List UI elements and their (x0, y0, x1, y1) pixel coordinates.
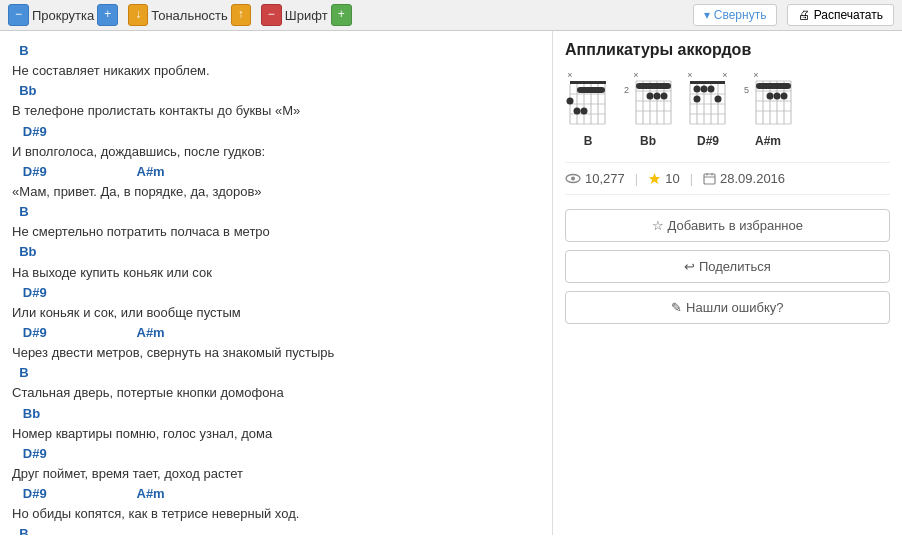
chord-D9-svg: × × (685, 69, 731, 131)
text-line: Номер квартиры помню, голос узнал, дома (12, 424, 540, 444)
chord-B: × (565, 69, 611, 148)
views-stat: 10,277 (565, 171, 625, 186)
svg-point-13 (567, 98, 574, 105)
svg-point-14 (574, 108, 581, 115)
date-stat: 28.09.2016 (703, 171, 785, 186)
svg-rect-29 (636, 83, 671, 89)
chord-D9: × × (685, 69, 731, 148)
chord-B-svg: × (565, 69, 611, 131)
chord-Am: 5 × (743, 69, 793, 148)
svg-marker-70 (649, 173, 660, 184)
scroll-plus-button[interactable]: + (97, 4, 118, 26)
svg-point-49 (694, 96, 701, 103)
chord-line: Bb (12, 242, 540, 262)
toolbar-right: ▾ Свернуть 🖨 Распечатать (693, 4, 894, 26)
tone-label: Тональность (151, 8, 228, 23)
svg-text:×: × (567, 70, 572, 80)
svg-text:×: × (753, 70, 758, 80)
chord-line: Bb (12, 81, 540, 101)
svg-point-48 (708, 86, 715, 93)
svg-rect-64 (756, 83, 791, 89)
main-content: BНе составляет никаких проблем. BbВ теле… (0, 31, 902, 535)
svg-rect-12 (577, 87, 605, 93)
text-line: И вполголоса, дождавшись, после гудков: (12, 142, 540, 162)
chord-diagrams: × (565, 69, 890, 148)
svg-point-30 (647, 93, 654, 100)
text-line: Не составляет никаких проблем. (12, 61, 540, 81)
chord-Am-svg: 5 × (743, 69, 793, 131)
chord-line: Bb (12, 404, 540, 424)
text-line: Друг поймет, время тает, доход растет (12, 464, 540, 484)
svg-point-31 (654, 93, 661, 100)
svg-point-32 (661, 93, 668, 100)
lyrics-panel: BНе составляет никаких проблем. BbВ теле… (0, 31, 552, 535)
chord-line: B (12, 202, 540, 222)
chord-stats: 10,277 | 10 | 28.09.2016 (565, 162, 890, 195)
scroll-minus-button[interactable]: − (8, 4, 29, 26)
eye-icon (565, 173, 581, 184)
favorites-stat: 10 (648, 171, 679, 186)
chord-B-label: B (584, 134, 593, 148)
svg-point-69 (571, 177, 575, 181)
svg-rect-1 (570, 81, 606, 84)
svg-rect-35 (690, 81, 725, 84)
chord-line: D#9 A#m (12, 323, 540, 343)
tone-group: ↓ Тональность ↑ (128, 4, 251, 26)
print-button[interactable]: 🖨 Распечатать (787, 4, 894, 26)
svg-point-67 (781, 93, 788, 100)
text-line: В телефоне пролистать контакты до буквы … (12, 101, 540, 121)
scroll-label: Прокрутка (32, 8, 94, 23)
text-line: Но обиды копятся, как в тетрисе неверный… (12, 504, 540, 524)
chord-D9-label: D#9 (697, 134, 719, 148)
chord-line: D#9 (12, 122, 540, 142)
star-icon (648, 172, 661, 185)
text-line: Через двести метров, свернуть на знакомы… (12, 343, 540, 363)
svg-point-47 (701, 86, 708, 93)
text-line: Не смертельно потратить полчаса в метро (12, 222, 540, 242)
share-button[interactable]: ↩ Поделиться (565, 250, 890, 283)
chord-Bb-svg: 2 × (623, 69, 673, 131)
chord-line: B (12, 524, 540, 535)
collapse-button[interactable]: ▾ Свернуть (693, 4, 777, 26)
scroll-group: − Прокрутка + (8, 4, 118, 26)
chord-line: D#9 A#m (12, 162, 540, 182)
font-minus-button[interactable]: − (261, 4, 282, 26)
chord-line: D#9 (12, 444, 540, 464)
tone-down-button[interactable]: ↓ (128, 4, 148, 26)
svg-text:×: × (687, 70, 692, 80)
svg-point-50 (715, 96, 722, 103)
add-favorite-button[interactable]: ☆ Добавить в избранное (565, 209, 890, 242)
text-line: «Мам, привет. Да, в порядке, да, здоров» (12, 182, 540, 202)
svg-text:2: 2 (624, 85, 629, 95)
svg-text:5: 5 (744, 85, 749, 95)
svg-rect-71 (704, 174, 715, 184)
chord-line: D#9 (12, 283, 540, 303)
svg-point-15 (581, 108, 588, 115)
svg-point-46 (694, 86, 701, 93)
chord-Am-label: A#m (755, 134, 781, 148)
chord-Bb: 2 × (623, 69, 673, 148)
text-line: На выходе купить коньяк или сок (12, 263, 540, 283)
report-error-button[interactable]: ✎ Нашли ошибку? (565, 291, 890, 324)
calendar-icon (703, 172, 716, 185)
tone-up-button[interactable]: ↑ (231, 4, 251, 26)
action-buttons: ☆ Добавить в избранное↩ Поделиться✎ Нашл… (565, 209, 890, 324)
chord-line: B (12, 41, 540, 61)
chord-panel: Аппликатуры аккордов × (552, 31, 902, 535)
font-plus-button[interactable]: + (331, 4, 352, 26)
text-line: Стальная дверь, потертые кнопки домофона (12, 383, 540, 403)
font-group: − Шрифт + (261, 4, 352, 26)
text-line: Или коньяк и сок, или вообще пустым (12, 303, 540, 323)
chord-panel-title: Аппликатуры аккордов (565, 41, 890, 59)
svg-text:×: × (722, 70, 727, 80)
chord-line: B (12, 363, 540, 383)
font-label: Шрифт (285, 8, 328, 23)
toolbar: − Прокрутка + ↓ Тональность ↑ − Шрифт + … (0, 0, 902, 31)
svg-point-66 (774, 93, 781, 100)
svg-point-65 (767, 93, 774, 100)
chord-Bb-label: Bb (640, 134, 656, 148)
chord-line: D#9 A#m (12, 484, 540, 504)
svg-text:×: × (633, 70, 638, 80)
